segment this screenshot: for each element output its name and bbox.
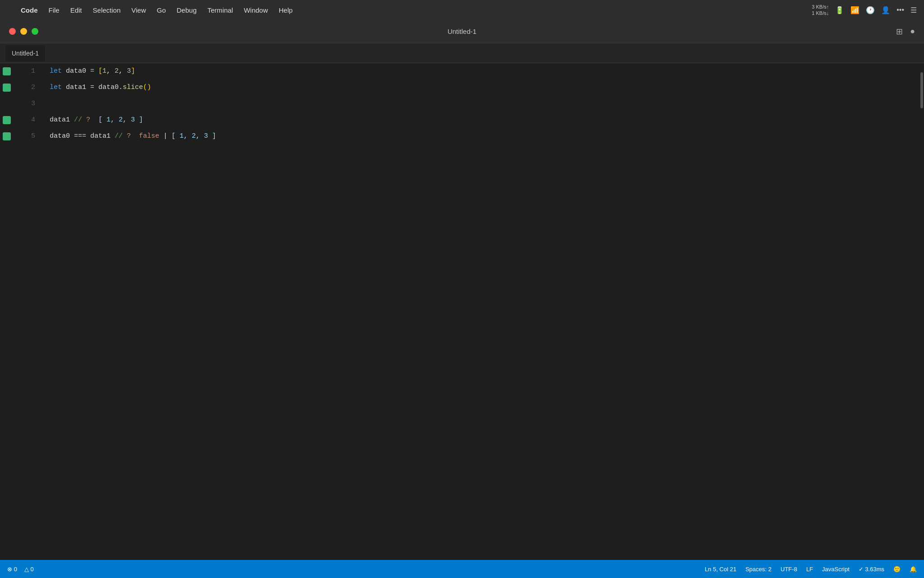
code-line-2: let data1 = data0 . slice ( ) <box>41 79 918 96</box>
code-line-5: data0 === data1 // ? false | [ 1, 2, 3 ] <box>41 128 918 144</box>
run-indicator-5[interactable] <box>0 128 14 144</box>
spaces-indicator[interactable]: Spaces: 2 <box>745 566 772 573</box>
num-3: 3 <box>127 63 131 79</box>
code-line-1: let data0 = [ 1 , 2 , 3 ] <box>41 63 918 79</box>
data1-ref: data1 <box>50 112 70 128</box>
line-number-2: 2 <box>31 79 35 96</box>
maximize-button[interactable] <box>32 28 38 35</box>
result-false: false <box>131 128 159 144</box>
comment-5: // <box>111 128 127 144</box>
code-line-4: data1 // ? [ 1, 2, 3 ] <box>41 112 918 128</box>
menu-debug[interactable]: Debug <box>171 5 202 16</box>
more-icon: ••• <box>896 6 904 14</box>
menu-selection[interactable]: Selection <box>88 5 126 16</box>
result-4: [ 1, 2, 3 ] <box>90 112 143 128</box>
dot-1: . <box>119 79 123 96</box>
menubar: Code File Edit Selection View Go Debug T… <box>0 0 924 20</box>
timing-indicator: ✓ 3.63ms <box>859 566 884 573</box>
line-number-4: 4 <box>31 112 35 128</box>
method-slice: slice <box>123 79 143 96</box>
tab-untitled1[interactable]: Untitled-1 <box>5 45 45 61</box>
menu-file[interactable]: File <box>43 5 65 16</box>
minimize-button[interactable] <box>20 28 27 35</box>
scrollbar-thumb[interactable] <box>920 72 923 108</box>
data0-ref-5: data0 <box>50 128 70 144</box>
close-button[interactable] <box>9 28 16 35</box>
strict-eq: === <box>70 128 90 144</box>
battery-icon: 🔋 <box>835 6 844 14</box>
bell-icon[interactable]: 🔔 <box>910 566 917 573</box>
titlebar: Untitled-1 ⊞ ● <box>0 20 924 43</box>
q-4: ? <box>86 112 90 128</box>
list-icon: ☰ <box>910 6 917 14</box>
data1-ref-5: data1 <box>90 128 111 144</box>
menu-help[interactable]: Help <box>273 5 298 16</box>
network-speed: 3 KB/s↑ 1 KB/s↓ <box>812 4 829 17</box>
window-title: Untitled-1 <box>448 28 476 35</box>
run-indicator-1[interactable] <box>0 63 14 79</box>
comma-2: , <box>119 63 127 79</box>
statusbar-left: ⊗ 0 △ 0 <box>7 566 34 573</box>
var-data0: data0 <box>62 63 90 79</box>
statusbar: ⊗ 0 △ 0 Ln 5, Col 21 Spaces: 2 UTF-8 LF … <box>0 560 924 578</box>
run-indicator-3 <box>0 96 14 112</box>
code-line-3 <box>41 96 918 112</box>
menu-terminal[interactable]: Terminal <box>202 5 239 16</box>
cursor-position[interactable]: Ln 5, Col 21 <box>705 566 736 573</box>
keyword-let-1: let <box>50 63 62 79</box>
more-actions-icon[interactable]: ● <box>910 27 915 36</box>
menu-view[interactable]: View <box>126 5 151 16</box>
comma-1: , <box>106 63 115 79</box>
bracket-close-1: ] <box>131 63 135 79</box>
menu-items: Code File Edit Selection View Go Debug T… <box>15 5 812 16</box>
language-indicator[interactable]: JavaScript <box>822 566 850 573</box>
line-number-5: 5 <box>31 128 35 144</box>
menubar-right: 3 KB/s↑ 1 KB/s↓ 🔋 📶 🕐 👤 ••• ☰ <box>812 4 917 17</box>
paren-close: ) <box>147 79 151 96</box>
q-5: ? <box>127 128 131 144</box>
menu-window[interactable]: Window <box>238 5 273 16</box>
vertical-scrollbar[interactable] <box>918 63 924 560</box>
result-arr-5: [ 1, 2, 3 ] <box>171 128 216 144</box>
editor-area: 1 2 3 4 5 let data0 = [ 1 , 2 , 3 ] let … <box>0 63 924 560</box>
menu-code[interactable]: Code <box>15 5 43 16</box>
smiley-icon: 🙂 <box>893 566 901 573</box>
split-editor-icon[interactable]: ⊞ <box>896 27 903 37</box>
data0-ref: data0 <box>98 79 119 96</box>
menu-go[interactable]: Go <box>152 5 171 16</box>
line-number-1: 1 <box>31 63 35 79</box>
op-eq-1: = <box>90 63 98 79</box>
titlebar-actions: ⊞ ● <box>896 27 915 37</box>
line-number-3: 3 <box>31 96 35 112</box>
pipe-5: | <box>159 128 171 144</box>
run-indicator-4[interactable] <box>0 112 14 128</box>
statusbar-right: Ln 5, Col 21 Spaces: 2 UTF-8 LF JavaScri… <box>705 566 917 573</box>
keyword-let-2: let <box>50 79 62 96</box>
run-indicator-2[interactable] <box>0 79 14 96</box>
num-2: 2 <box>115 63 119 79</box>
op-eq-2: = <box>90 79 98 96</box>
paren-open: ( <box>143 79 147 96</box>
line-ending-indicator[interactable]: LF <box>806 566 813 573</box>
var-data1: data1 <box>62 79 90 96</box>
bracket-open-1: [ <box>98 63 102 79</box>
menu-edit[interactable]: Edit <box>65 5 88 16</box>
warning-count[interactable]: △ 0 <box>24 566 34 573</box>
comment-4: // <box>70 112 86 128</box>
tab-label: Untitled-1 <box>12 50 39 57</box>
traffic-lights <box>9 28 38 35</box>
num-1: 1 <box>102 63 106 79</box>
gutter: 1 2 3 4 5 <box>14 63 41 560</box>
run-indicators <box>0 63 14 560</box>
error-count[interactable]: ⊗ 0 <box>7 566 17 573</box>
code-editor[interactable]: let data0 = [ 1 , 2 , 3 ] let data1 = da… <box>41 63 918 560</box>
clock-icon: 🕐 <box>866 6 875 14</box>
encoding-indicator[interactable]: UTF-8 <box>781 566 797 573</box>
wifi-icon: 📶 <box>850 6 859 14</box>
user-icon: 👤 <box>881 6 890 14</box>
tabbar: Untitled-1 <box>0 43 924 63</box>
